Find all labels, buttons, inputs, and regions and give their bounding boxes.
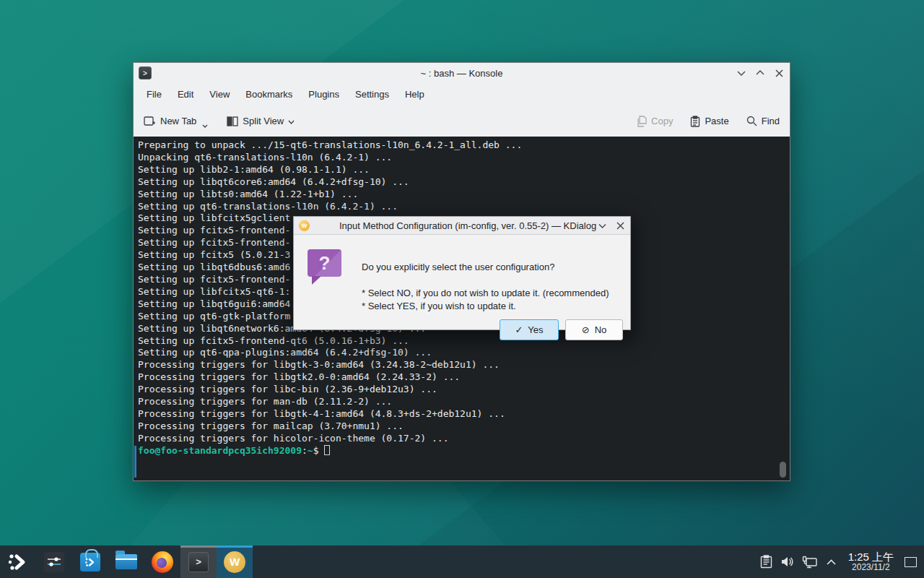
no-button[interactable]: ⊘ No [565,319,623,340]
firefox-task[interactable] [144,545,180,578]
folder-icon [116,554,137,569]
dialog-title: Input Method Configuration (im-config, v… [294,220,630,231]
yes-button-label: Yes [528,324,543,335]
kdialog-task[interactable]: W [217,545,253,578]
discover-launcher[interactable] [72,545,108,578]
menu-view[interactable]: View [201,86,237,103]
menubar: FileEditViewBookmarksPluginsSettingsHelp [134,83,790,105]
volume-tray-icon[interactable] [777,545,799,578]
menu-help[interactable]: Help [397,86,432,103]
desktop-square-icon [905,557,917,567]
terminal-line: Processing triggers for libgtk2.0-0:amd6… [138,371,790,384]
new-tab-button[interactable]: New Tab [144,112,208,130]
copy-label: Copy [651,116,673,126]
clock-date: 2023/11/2 [848,563,894,572]
network-tray-icon[interactable] [799,545,821,578]
tray-expander-chevron-icon[interactable] [821,545,842,578]
yes-button[interactable]: ✓ Yes [500,319,559,340]
toolbar: New Tab Split View Copy Paste Find [134,105,790,137]
menu-edit[interactable]: Edit [170,86,201,103]
terminal-prompt-line: foo@foo-standardpcq35ich92009:~$ [138,445,790,457]
terminal-line: Processing triggers for libc-bin (2.36-9… [138,384,790,396]
prompt-marker-line [134,446,136,478]
close-button[interactable] [774,68,784,78]
konsole-task[interactable]: > [180,545,217,578]
kdialog-window: W Input Method Configuration (im-config,… [293,216,631,330]
menu-file[interactable]: File [139,86,170,103]
kdialog-icon: W [224,551,245,573]
terminal-line: Processing triggers for hicolor-icon-the… [138,433,790,445]
dolphin-launcher[interactable] [108,545,144,578]
menu-settings[interactable]: Settings [347,86,397,103]
app-launcher-button[interactable] [0,545,36,578]
question-icon: ? [308,249,341,277]
terminal-line: Unpacking qt6-translations-l10n (6.4.2-1… [138,152,790,164]
minimize-button[interactable] [736,68,746,78]
window-title: ~ : bash — Konsole [134,68,790,79]
find-button[interactable]: Find [746,116,780,126]
terminal-line: Processing triggers for mailcap (3.70+nm… [138,420,790,433]
menu-bookmarks[interactable]: Bookmarks [237,86,300,103]
split-view-dropdown-icon[interactable] [288,116,295,126]
terminal-line: Setting up qt6-qpa-plugins:amd64 (6.4.2+… [138,347,790,359]
dialog-titlebar[interactable]: W Input Method Configuration (im-config,… [294,217,630,235]
prompt-user-host: foo@foo-standardpcq35ich92009 [138,445,302,456]
paste-button[interactable]: Paste [690,116,728,127]
terminal-line: Setting up libqt6core6:amd64 (6.4.2+dfsg… [138,176,790,189]
taskbar-panel: > W [0,545,924,578]
terminal-cursor [324,445,330,455]
maximize-button[interactable] [755,68,765,78]
cancel-slash-icon: ⊘ [582,324,590,335]
terminal-line: Setting up libb2-1:amd64 (0.98.1-1.1) ..… [138,164,790,176]
terminal-line: Setting up libts0:amd64 (1.22-1+b1) ... [138,189,790,201]
terminal-line: Setting up qt6-translations-l10n (6.4.2-… [138,201,790,213]
check-icon: ✓ [515,324,523,335]
split-view-button[interactable]: Split View [227,116,295,126]
sliders-icon [44,552,64,572]
terminal-line: Processing triggers for libgtk-3-0:amd64… [138,359,790,371]
terminal-line: Processing triggers for libgtk-4-1:amd64… [138,408,790,420]
terminal-line: Processing triggers for man-db (2.11.2-2… [138,396,790,408]
clipboard-tray-icon[interactable] [756,545,777,578]
terminal-scrollbar-thumb[interactable] [780,462,786,478]
firefox-icon [152,551,173,573]
terminal-line: Preparing to unpack .../15-qt6-translati… [138,139,790,152]
paste-label: Paste [705,116,728,126]
no-button-label: No [595,324,607,335]
window-titlebar[interactable]: > ~ : bash — Konsole [134,63,790,83]
dialog-minimize-button[interactable] [597,221,607,231]
dialog-body: ? Do you explicitly select the user conf… [294,235,630,330]
digital-clock[interactable]: 1:25 上午 2023/11/2 [848,551,894,573]
dialog-option-no: * Select NO, if you do not wish to updat… [362,288,609,298]
system-settings-launcher[interactable] [36,545,72,578]
prompt-path: ~ [308,445,313,456]
konsole-icon: > [188,552,209,572]
split-view-label: Split View [243,116,284,126]
show-desktop-button[interactable] [901,545,920,578]
konsole-icon: > [139,66,152,79]
terminal-line: Setting up fcitx5-frontend-qt6 (5.0.16-1… [138,335,790,348]
dialog-option-yes: * Select YES, if you wish to update it. [362,301,516,311]
dialog-question: Do you explicitly select the user config… [362,262,554,272]
find-label: Find [762,116,780,126]
menu-plugins[interactable]: Plugins [300,86,347,103]
dialog-close-button[interactable] [615,221,625,231]
copy-button[interactable]: Copy [636,116,673,127]
clock-time: 1:25 上午 [848,551,894,564]
new-tab-label: New Tab [160,116,196,126]
new-tab-dropdown-icon[interactable] [202,119,208,130]
shopping-bag-icon [80,553,100,571]
kdialog-icon: W [299,220,310,231]
